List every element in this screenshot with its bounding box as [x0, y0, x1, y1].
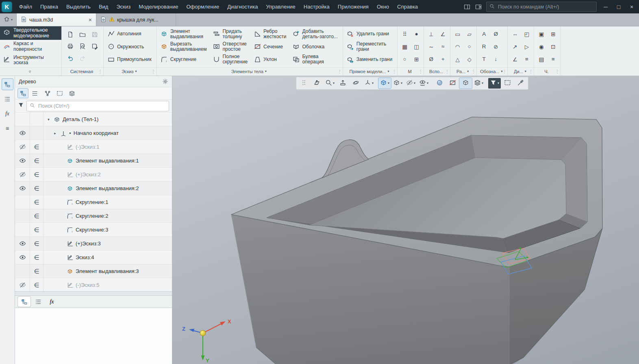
- tree-selection-button[interactable]: [54, 89, 65, 98]
- tree-item[interactable]: Скругление:3: [43, 223, 172, 236]
- ribbon-button[interactable]: Вырезать выдавливанием: [159, 40, 210, 53]
- ribbon-button[interactable]: Переместить грани: [345, 40, 396, 53]
- tree-row[interactable]: ∈Элемент выдавливания:3: [15, 264, 172, 278]
- tool-icon[interactable]: +: [437, 53, 448, 65]
- menu-item[interactable]: Выделить: [62, 0, 95, 13]
- group-handle[interactable]: ⋮: [445, 69, 449, 74]
- tree-row[interactable]: ∈Скругление:1: [15, 195, 172, 209]
- filter-button[interactable]: ▾: [488, 78, 501, 89]
- visibility-toggle[interactable]: [15, 168, 30, 181]
- ribbon-button[interactable]: Удалить грани: [345, 28, 396, 40]
- tool-icon[interactable]: ↗: [509, 40, 520, 53]
- tree-layers-button[interactable]: [67, 89, 77, 98]
- menu-item[interactable]: Файл: [15, 0, 36, 13]
- ribbon-button[interactable]: Уклон: [252, 53, 289, 66]
- chevron-down-icon[interactable]: ▾: [414, 82, 415, 85]
- chevron-down-icon[interactable]: ▾: [482, 82, 483, 85]
- visibility-toggle[interactable]: [15, 154, 30, 167]
- scene-3d[interactable]: X Z Y: [172, 76, 639, 364]
- planes-display-button[interactable]: ▾: [472, 78, 485, 89]
- tool-icon[interactable]: ∠: [437, 28, 448, 40]
- render-quality-button[interactable]: [433, 78, 446, 89]
- redo-button[interactable]: [76, 52, 89, 64]
- ribbon-button[interactable]: Сечение: [252, 40, 289, 53]
- ribbon-button[interactable]: Булева операция: [291, 53, 341, 66]
- tool-icon[interactable]: ▱: [464, 28, 475, 40]
- side-structure-button[interactable]: [2, 93, 13, 104]
- tool-icon[interactable]: ⠿: [399, 28, 410, 40]
- expander-icon[interactable]: ▾: [46, 117, 51, 121]
- chevron-down-icon[interactable]: ▾: [401, 82, 402, 85]
- ribbon-button[interactable]: Добавить деталь-загото...: [291, 28, 341, 40]
- group-handle[interactable]: ⋮: [392, 69, 396, 74]
- graphics-viewport[interactable]: X Z Y ▾▾▾▾▾▾▾▾: [172, 76, 639, 364]
- gear-icon[interactable]: [162, 78, 168, 84]
- display-mode-button[interactable]: ▾: [391, 78, 404, 89]
- print-preview-button[interactable]: [76, 40, 89, 52]
- tool-icon[interactable]: ⊘: [490, 40, 501, 53]
- tree-row[interactable]: ∈(-)Эскиз:1: [15, 140, 172, 154]
- screen-split-icon[interactable]: [462, 2, 472, 11]
- tool-icon[interactable]: ◉: [536, 40, 547, 53]
- chevron-down-icon[interactable]: ▾: [265, 70, 267, 73]
- tree-search[interactable]: [26, 101, 169, 111]
- tool-icon[interactable]: ●: [411, 28, 422, 40]
- chevron-down-icon[interactable]: ▾: [498, 82, 499, 85]
- side-menu-button[interactable]: ≡: [2, 123, 13, 134]
- ribbon-button[interactable]: Окружность: [105, 40, 155, 53]
- chevron-down-icon[interactable]: ▾: [333, 82, 335, 85]
- look-at-button[interactable]: [337, 78, 349, 89]
- save-as-button[interactable]: [89, 40, 101, 52]
- tree-relations-button[interactable]: [42, 89, 52, 98]
- menu-item[interactable]: Приложения: [334, 0, 373, 13]
- group-handle[interactable]: ⋮: [528, 69, 533, 74]
- tool-icon[interactable]: ▦: [399, 40, 410, 53]
- tool-icon[interactable]: ◰: [521, 28, 532, 40]
- side-fx-button[interactable]: fx: [2, 108, 13, 119]
- tree-sequence-button[interactable]: [30, 89, 40, 98]
- menu-item[interactable]: Диагностика: [223, 0, 262, 13]
- group-handle[interactable]: ⋮: [98, 69, 102, 74]
- orientation-button[interactable]: ▾: [363, 78, 375, 89]
- ribbon-button[interactable]: Придать толщину: [211, 28, 251, 40]
- menu-item[interactable]: Вид: [95, 0, 113, 13]
- tree-item[interactable]: Элемент выдавливания:1: [43, 154, 172, 167]
- panel-settings-icon[interactable]: [473, 2, 484, 11]
- document-tab[interactable]: крышка для лук...: [96, 13, 176, 26]
- group-handle[interactable]: ⋮: [502, 69, 506, 74]
- ribbon-button[interactable]: Заменить грани: [345, 53, 396, 66]
- tool-icon[interactable]: ⊞: [411, 53, 422, 65]
- tool-icon[interactable]: ◠: [452, 40, 463, 53]
- ribbon-button[interactable]: Автолиния: [105, 28, 155, 40]
- tree-item[interactable]: Скругление:2: [43, 209, 172, 223]
- menu-item[interactable]: Настройка: [300, 0, 334, 13]
- tool-icon[interactable]: Ø: [490, 28, 501, 40]
- tree-row[interactable]: ∈(+)Эскиз:2: [15, 168, 172, 182]
- side-tree-button[interactable]: [2, 79, 13, 90]
- chevron-down-icon[interactable]: ▾: [388, 70, 389, 73]
- visibility-toggle[interactable]: [15, 126, 30, 140]
- tree-item[interactable]: (-)Эскиз:1: [43, 140, 172, 154]
- params-tab-tree[interactable]: [18, 297, 30, 307]
- tree-item[interactable]: Скругление:1: [43, 195, 172, 209]
- filter-icon[interactable]: [18, 102, 24, 110]
- ribbon-button[interactable]: Полное скругление: [211, 53, 251, 66]
- tool-icon[interactable]: ◇: [464, 53, 475, 65]
- command-search-input[interactable]: [497, 4, 593, 10]
- chevron-down-icon[interactable]: ▾: [525, 70, 526, 73]
- maximize-button[interactable]: □: [612, 1, 625, 13]
- tool-icon[interactable]: △: [452, 53, 463, 65]
- solid-display-button[interactable]: [459, 78, 472, 89]
- tree-row[interactable]: ∈Элемент выдавливания:1: [15, 154, 172, 168]
- tree-item[interactable]: Элемент выдавливания:2: [43, 182, 172, 195]
- home-button[interactable]: ▾: [0, 13, 17, 26]
- tree-row[interactable]: ∈Элемент выдавливания:2: [15, 182, 172, 195]
- tool-icon[interactable]: ◫: [411, 40, 422, 53]
- visibility-toggle[interactable]: [15, 140, 30, 154]
- group-handle[interactable]: ⋮: [151, 69, 156, 74]
- new-document-button[interactable]: [64, 28, 76, 40]
- ribbon-collapse-button[interactable]: ▿: [29, 69, 31, 74]
- tool-icon[interactable]: ▭: [452, 28, 463, 40]
- tree-row[interactable]: ∈Скругление:2: [15, 209, 172, 223]
- menu-item[interactable]: Окно: [373, 0, 393, 13]
